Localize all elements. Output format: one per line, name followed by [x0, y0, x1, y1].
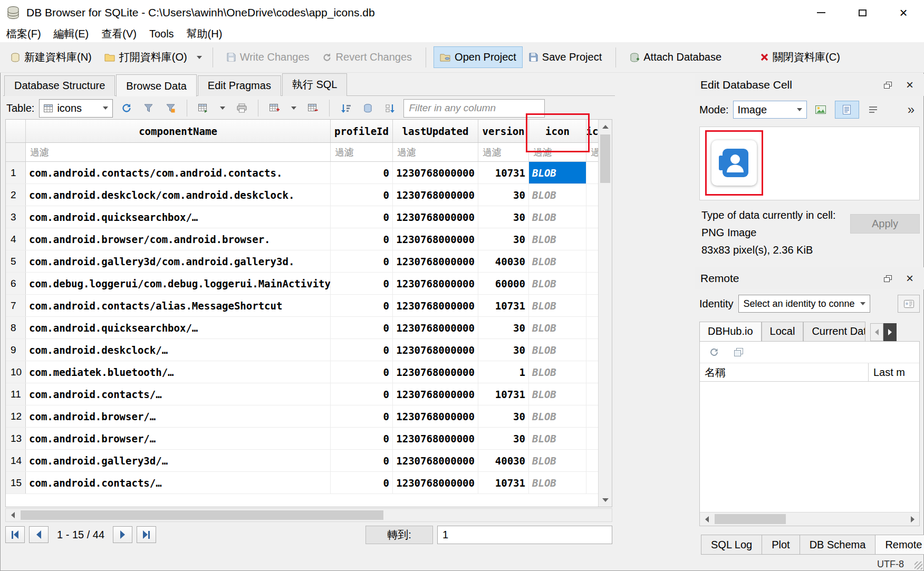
- cell-version[interactable]: 10731: [478, 162, 529, 183]
- open-database-button[interactable]: 打開資料庫(O): [98, 45, 194, 69]
- tab-execute-sql[interactable]: 執行 SQL: [282, 73, 348, 96]
- table-row[interactable]: 6 com.debug.loggerui/com.debug.loggerui.…: [6, 273, 598, 295]
- close-database-button[interactable]: 關閉資料庫(C): [754, 45, 846, 69]
- save-project-button[interactable]: Save Project: [523, 46, 608, 68]
- cell-version[interactable]: 30: [478, 317, 529, 338]
- cell-icon-blob[interactable]: BLOB: [529, 450, 586, 471]
- table-row[interactable]: 5 com.android.gallery3d/com.android.gall…: [6, 250, 598, 273]
- close-button[interactable]: ×: [883, 0, 924, 25]
- cell-componentName[interactable]: com.android.quicksearchbox/…: [26, 317, 331, 338]
- cell-profileId[interactable]: 0: [331, 295, 393, 316]
- cell-version[interactable]: 30: [478, 184, 529, 206]
- export-table-dropdown[interactable]: [217, 97, 228, 119]
- database-view-button[interactable]: [359, 100, 377, 117]
- column-header-lastUpdated[interactable]: lastUpdated: [393, 120, 478, 142]
- grid-vertical-scrollbar[interactable]: [598, 120, 612, 507]
- remote-tab-current-database[interactable]: Current Dat: [803, 322, 865, 341]
- cell-componentName[interactable]: com.android.contacts/com.android.contact…: [26, 162, 331, 183]
- cell-componentName[interactable]: com.android.deskclock/com.android.deskcl…: [26, 184, 331, 206]
- export-table-button[interactable]: [195, 100, 212, 117]
- tab-database-structure[interactable]: Database Structure: [4, 75, 115, 96]
- remote-column-last-modified[interactable]: Last m: [869, 363, 919, 381]
- cell-lastUpdated[interactable]: 1230768000000: [393, 273, 478, 294]
- table-row[interactable]: 12 com.android.browser/… 0 1230768000000…: [6, 405, 598, 428]
- print-button[interactable]: [233, 100, 251, 117]
- cell-componentName[interactable]: com.android.gallery3d/com.android.galler…: [26, 250, 331, 272]
- dock-tab-sql-log[interactable]: SQL Log: [701, 535, 762, 555]
- cell-profileId[interactable]: 0: [331, 450, 393, 471]
- next-page-button[interactable]: [113, 526, 132, 543]
- dock-tab-db-schema[interactable]: DB Schema: [800, 535, 876, 555]
- table-selector[interactable]: icons: [39, 99, 113, 118]
- hscroll-left-button[interactable]: [6, 509, 20, 521]
- close-panel-button[interactable]: ×: [903, 78, 917, 92]
- row-number[interactable]: 7: [6, 295, 26, 316]
- attach-database-button[interactable]: Attach Database: [623, 46, 728, 68]
- menu-help[interactable]: 幫助(H): [180, 25, 229, 42]
- import-certificate-button[interactable]: [898, 295, 920, 313]
- row-number[interactable]: 9: [6, 339, 26, 361]
- cell-componentName[interactable]: com.android.quicksearchbox/…: [26, 206, 331, 228]
- table-row[interactable]: 11 com.android.contacts/… 0 123076800000…: [6, 383, 598, 405]
- hscroll-thumb[interactable]: [715, 514, 786, 524]
- filter-icon-column[interactable]: 過濾: [529, 143, 586, 161]
- cell-icon-blob[interactable]: BLOB: [529, 162, 586, 183]
- cell-icon-blob[interactable]: BLOB: [529, 184, 586, 206]
- toolbar-overflow-chevron[interactable]: »: [908, 102, 915, 117]
- tab-scroll-left-button[interactable]: [870, 323, 883, 341]
- cell-lastUpdated[interactable]: 1230768000000: [393, 184, 478, 206]
- filter-componentName[interactable]: 過濾: [26, 143, 331, 161]
- delete-record-button[interactable]: [304, 100, 322, 117]
- tab-edit-pragmas[interactable]: Edit Pragmas: [198, 75, 281, 96]
- close-panel-button[interactable]: ×: [903, 272, 917, 285]
- refresh-button[interactable]: [118, 100, 135, 117]
- cell-componentName[interactable]: com.debug.loggerui/com.debug.loggerui.Ma…: [26, 273, 331, 294]
- row-number[interactable]: 14: [6, 450, 26, 471]
- new-database-button[interactable]: 新建資料庫(N): [4, 45, 98, 69]
- cell-version[interactable]: 10731: [478, 383, 529, 405]
- cell-icon-blob[interactable]: BLOB: [529, 273, 586, 294]
- maximize-button[interactable]: [842, 0, 883, 25]
- clone-database-button[interactable]: [730, 344, 747, 361]
- cell-profileId[interactable]: 0: [331, 472, 393, 493]
- tab-browse-data[interactable]: Browse Data: [116, 74, 197, 96]
- cell-profileId[interactable]: 0: [331, 273, 393, 294]
- row-number[interactable]: 4: [6, 228, 26, 250]
- row-number[interactable]: 3: [6, 206, 26, 228]
- cell-lastUpdated[interactable]: 1230768000000: [393, 295, 478, 316]
- cell-componentName[interactable]: com.android.browser/…: [26, 428, 331, 449]
- previous-page-button[interactable]: [29, 526, 49, 543]
- import-image-button[interactable]: [811, 101, 831, 119]
- cell-icon-blob[interactable]: BLOB: [529, 339, 586, 361]
- tab-scroll-right-button[interactable]: [883, 323, 897, 341]
- table-row[interactable]: 3 com.android.quicksearchbox/… 0 1230768…: [6, 206, 598, 228]
- cell-lastUpdated[interactable]: 1230768000000: [393, 228, 478, 250]
- hscroll-thumb[interactable]: [21, 510, 383, 520]
- clear-filter-button[interactable]: [162, 100, 179, 117]
- sort-az-button[interactable]: [381, 100, 399, 117]
- vscroll-thumb[interactable]: [600, 134, 610, 183]
- hscroll-left-button[interactable]: [700, 512, 714, 526]
- word-wrap-button[interactable]: [863, 101, 883, 119]
- hscroll-right-button[interactable]: [906, 512, 919, 526]
- cell-version[interactable]: 30: [478, 228, 529, 250]
- apply-button[interactable]: Apply: [850, 214, 920, 234]
- dock-tab-remote[interactable]: Remote: [875, 535, 924, 555]
- identity-selector[interactable]: Select an identity to conne: [738, 295, 870, 313]
- table-row[interactable]: 15 com.android.contacts/… 0 123076800000…: [6, 472, 598, 494]
- cell-version[interactable]: 30: [478, 339, 529, 361]
- cell-icon-blob[interactable]: BLOB: [529, 295, 586, 316]
- remote-refresh-button[interactable]: [705, 344, 723, 361]
- cell-lastUpdated[interactable]: 1230768000000: [393, 383, 478, 405]
- column-header-componentName[interactable]: componentName: [26, 120, 331, 142]
- cell-version[interactable]: 40030: [478, 250, 529, 272]
- dock-tab-plot[interactable]: Plot: [762, 535, 800, 555]
- cell-profileId[interactable]: 0: [331, 317, 393, 338]
- cell-profileId[interactable]: 0: [331, 428, 393, 449]
- cell-icon-blob[interactable]: BLOB: [529, 317, 586, 338]
- grid-horizontal-scrollbar[interactable]: [5, 508, 612, 522]
- cell-profileId[interactable]: 0: [331, 228, 393, 250]
- first-page-button[interactable]: [5, 526, 25, 543]
- table-row[interactable]: 1 com.android.contacts/com.android.conta…: [6, 162, 598, 184]
- open-database-dropdown[interactable]: [194, 42, 205, 72]
